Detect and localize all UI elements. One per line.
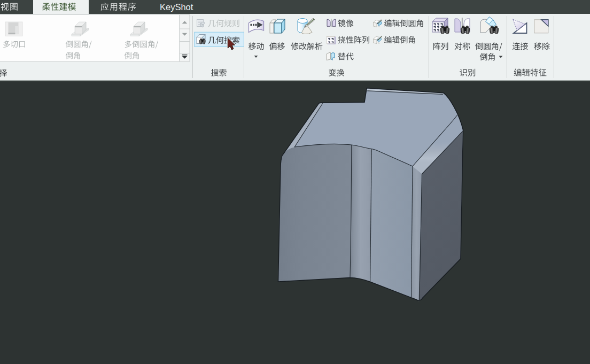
- svg-text:KeyShot: KeyShot: [160, 2, 193, 12]
